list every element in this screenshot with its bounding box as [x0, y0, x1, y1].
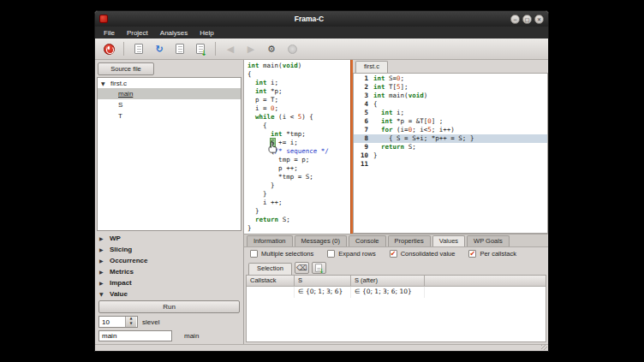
- cil-code-line[interactable]: i = 0;: [247, 104, 350, 113]
- close-button[interactable]: ✕: [534, 15, 544, 24]
- tree-root-first-c[interactable]: ▼ first.c: [98, 78, 241, 88]
- cil-code-panel[interactable]: int main(void){ int i; int *p; p = T; i …: [244, 60, 350, 234]
- cil-code-line[interactable]: p ++;: [247, 164, 350, 173]
- section-occurrence[interactable]: ▶Occurrence: [97, 255, 242, 266]
- source-line-2[interactable]: 2int T[5];: [354, 83, 547, 92]
- collapse-icon[interactable]: ▼: [101, 80, 107, 86]
- resize-grip[interactable]: [541, 345, 547, 350]
- tab-properties[interactable]: Properties: [388, 235, 431, 246]
- source-line-1[interactable]: 1int S=0;: [354, 74, 547, 83]
- tab-values[interactable]: Values: [432, 235, 465, 246]
- cil-code-line[interactable]: p = T;: [247, 96, 350, 104]
- spin-down-icon[interactable]: ▼: [126, 322, 136, 327]
- tree-item-main[interactable]: main: [98, 88, 241, 99]
- menu-project[interactable]: Project: [122, 28, 153, 38]
- cil-code-line[interactable]: *tmp = S;: [247, 173, 350, 181]
- save-icon: ↓: [196, 44, 205, 54]
- tree-item-t[interactable]: T: [98, 110, 241, 122]
- tab-wp-goals[interactable]: WP Goals: [467, 235, 510, 246]
- main-function-input[interactable]: [98, 330, 172, 341]
- tab-information[interactable]: Information: [247, 235, 293, 246]
- file-tree[interactable]: ▼ first.c mainST: [97, 77, 242, 231]
- run-button[interactable]: Run: [98, 300, 240, 313]
- window-title: Frama-C: [111, 15, 507, 23]
- source-line-5[interactable]: 5 int i;: [354, 109, 547, 117]
- menu-help[interactable]: Help: [194, 28, 218, 38]
- export-selection-button[interactable]: ↓: [312, 262, 326, 274]
- column-header-callstack[interactable]: Callstack: [247, 276, 295, 287]
- menu-file[interactable]: File: [98, 28, 120, 38]
- clear-selection-button[interactable]: ⌫: [295, 262, 309, 274]
- stop-icon: [288, 45, 297, 54]
- cil-code-line[interactable]: S += i;: [247, 139, 350, 147]
- backspace-icon: ⌫: [296, 264, 307, 272]
- value-options: Multiple selectionsExpand rows✔Consolida…: [244, 247, 548, 260]
- cil-code-line[interactable]: while (i < 5) {: [247, 113, 350, 122]
- section-slicing[interactable]: ▶Slicing: [97, 244, 242, 255]
- cil-code-line[interactable]: }: [247, 224, 350, 233]
- slevel-input[interactable]: [99, 317, 125, 327]
- tab-first-c[interactable]: first.c: [355, 61, 388, 73]
- new-session-button[interactable]: [129, 40, 148, 58]
- source-line-11[interactable]: 11: [354, 160, 547, 169]
- cil-code-line[interactable]: int main(void): [247, 62, 350, 70]
- back-button: ◀: [221, 40, 240, 58]
- tab-console[interactable]: Console: [349, 235, 386, 246]
- source-line-3[interactable]: 3int main(void): [354, 92, 547, 100]
- section-metrics[interactable]: ▶Metrics: [97, 266, 242, 277]
- main-function-label: main: [184, 332, 199, 340]
- expand-icon: ▶: [99, 235, 105, 241]
- reload-button[interactable]: ↻: [150, 40, 169, 58]
- section-wp[interactable]: ▶WP: [97, 233, 242, 244]
- cil-code-line[interactable]: }: [247, 181, 350, 190]
- cil-code-line[interactable]: return S;: [247, 216, 350, 224]
- minimize-button[interactable]: −: [510, 15, 520, 24]
- source-code[interactable]: 1int S=0;2int T[5];3int main(void)4{5 in…: [353, 73, 548, 234]
- cil-code-line[interactable]: {: [247, 122, 350, 130]
- source-line-9[interactable]: 9 return S;: [354, 143, 547, 151]
- menu-analyses[interactable]: Analyses: [155, 28, 193, 38]
- source-line-6[interactable]: 6 int *p = &T[0] ;: [354, 117, 547, 126]
- tree-item-s[interactable]: S: [98, 99, 241, 110]
- cil-code-line[interactable]: {: [247, 70, 350, 79]
- checkbox-multiple-selections[interactable]: Multiple selections: [250, 250, 313, 258]
- menubar: FileProjectAnalysesHelp: [95, 27, 548, 39]
- toolbar-separator: [123, 42, 124, 56]
- tab-selection[interactable]: Selection: [248, 263, 292, 275]
- tab-messages-0[interactable]: Messages (0): [295, 235, 347, 246]
- cil-code-line[interactable]: {/* sequence */: [247, 147, 350, 156]
- cil-code-line[interactable]: i ++;: [247, 199, 350, 207]
- cil-code-line[interactable]: }: [247, 190, 350, 199]
- settings-button[interactable]: ⚙: [262, 40, 281, 58]
- source-file-header[interactable]: Source file: [98, 62, 154, 75]
- load-session-button[interactable]: [170, 40, 189, 58]
- column-header-s[interactable]: S: [295, 276, 351, 287]
- section-value[interactable]: ▼Value: [97, 288, 242, 300]
- source-line-4[interactable]: 4{: [354, 100, 547, 109]
- checkbox-per-callstack[interactable]: ✔Per callstack: [468, 250, 516, 258]
- bottom-tabbar: InformationMessages (0)ConsoleProperties…: [244, 234, 548, 247]
- source-line-7[interactable]: 7 for (i=0; i<5; i++): [354, 126, 547, 134]
- checkbox-consolidated-value[interactable]: ✔Consolidated value: [390, 250, 456, 258]
- main-body: Source file ▼ first.c mainST ▶WP▶Slicing…: [95, 60, 548, 344]
- save-session-button[interactable]: ↓: [191, 40, 210, 58]
- quit-button[interactable]: [99, 40, 118, 58]
- source-line-10[interactable]: 10}: [354, 151, 547, 160]
- cil-code-line[interactable]: int *tmp;: [247, 130, 350, 139]
- source-line-8[interactable]: 8 { S = S+i; *p++ = S; }: [354, 134, 547, 143]
- maximize-button[interactable]: ▢: [522, 15, 532, 24]
- cil-code-line[interactable]: int *p;: [247, 87, 350, 96]
- slevel-spinner[interactable]: ▲ ▼: [98, 316, 138, 328]
- checkbox-box-icon: [327, 250, 335, 258]
- code-row: int main(void){ int i; int *p; p = T; i …: [244, 60, 548, 234]
- values-row[interactable]: ∈ {0; 1; 3; 6}∈ {0; 1; 3; 6; 10}: [247, 287, 546, 298]
- column-header-s-after[interactable]: S (after): [351, 276, 425, 287]
- checkbox-expand-rows[interactable]: Expand rows: [327, 250, 375, 258]
- cil-code-line[interactable]: }: [247, 207, 350, 216]
- tree-root-label: first.c: [110, 80, 127, 87]
- section-impact[interactable]: ▶Impact: [97, 277, 242, 288]
- expand-icon: ▶: [99, 280, 105, 286]
- titlebar[interactable]: Frama-C − ▢ ✕: [95, 11, 548, 27]
- cil-code-line[interactable]: tmp = p;: [247, 156, 350, 164]
- cil-code-line[interactable]: int i;: [247, 79, 350, 87]
